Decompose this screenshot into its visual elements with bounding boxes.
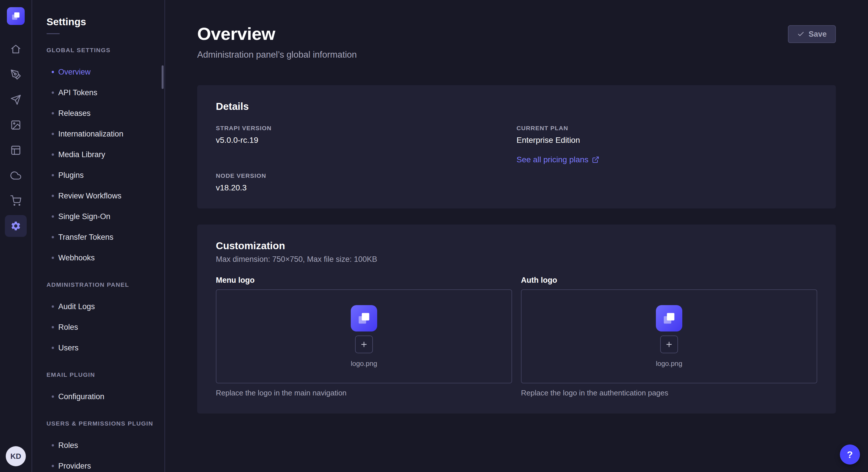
help-button[interactable]: ? <box>840 444 860 465</box>
nav-item-label: Review Workflows <box>58 192 121 200</box>
customization-card-subtitle: Max dimension: 750×750, Max file size: 1… <box>216 255 817 264</box>
add-menu-logo-button[interactable] <box>355 336 373 353</box>
nav-item-label: Roles <box>58 323 78 332</box>
details-left-column: STRAPI VERSION v5.0.0-rc.19 NODE VERSION… <box>216 125 517 193</box>
sidebar-item-review-workflows[interactable]: Review Workflows <box>46 186 154 206</box>
home-icon[interactable] <box>5 38 27 60</box>
sidebar-item-releases[interactable]: Releases <box>46 103 154 124</box>
pricing-link-label: See all pricing plans <box>517 155 589 164</box>
nav-section-label: ADMINISTRATION PANEL <box>46 281 154 288</box>
main-nav-icons <box>5 38 27 237</box>
layout-icon[interactable] <box>5 139 27 161</box>
nav-item-label: Releases <box>58 109 91 118</box>
menu-logo-dropzone[interactable]: logo.png <box>216 289 512 383</box>
auth-logo-slot: Auth logo logo.png Replac <box>521 276 817 398</box>
bullet-icon <box>52 396 54 398</box>
sidebar-item-transfer-tokens[interactable]: Transfer Tokens <box>46 227 154 247</box>
bullet-icon <box>52 444 54 446</box>
sidebar-item-internationalization[interactable]: Internationalization <box>46 124 154 144</box>
details-card-title: Details <box>216 101 817 112</box>
strapi-logo-icon <box>662 311 677 326</box>
settings-nav-title: Settings <box>46 16 154 28</box>
nav-section-email-plugin: EMAIL PLUGIN Configuration <box>46 371 154 407</box>
nav-item-label: Overview <box>58 68 91 76</box>
user-avatar[interactable]: KD <box>6 446 26 466</box>
external-link-icon <box>592 156 599 164</box>
menu-logo-filename: logo.png <box>351 360 377 368</box>
nav-section-administration-panel: ADMINISTRATION PANEL Audit Logs Roles Us… <box>46 281 154 358</box>
settings-gear-icon[interactable] <box>5 215 27 237</box>
settings-subnav: Settings GLOBAL SETTINGS Overview API To… <box>32 0 165 472</box>
cloud-icon[interactable] <box>5 165 27 187</box>
bullet-icon <box>52 465 54 467</box>
sidebar-item-up-roles[interactable]: Roles <box>46 435 154 456</box>
add-auth-logo-button[interactable] <box>660 336 678 353</box>
plus-icon <box>665 340 673 348</box>
nav-section-label: GLOBAL SETTINGS <box>46 47 154 54</box>
field-label: CURRENT PLAN <box>517 125 817 132</box>
page-header-text: Overview Administration panel’s global i… <box>197 24 357 60</box>
nav-item-label: Media Library <box>58 150 105 159</box>
bullet-icon <box>52 92 54 94</box>
question-mark-icon: ? <box>847 449 853 460</box>
field-value: v5.0.0-rc.19 <box>216 136 517 145</box>
customization-card: Customization Max dimension: 750×750, Ma… <box>197 225 836 413</box>
marketplace-cart-icon[interactable] <box>5 190 27 212</box>
nav-item-label: Webhooks <box>58 254 95 262</box>
strapi-logo-button[interactable] <box>7 7 25 25</box>
nav-item-label: Transfer Tokens <box>58 233 113 242</box>
pen-icon[interactable] <box>5 64 27 86</box>
bullet-icon <box>52 215 54 217</box>
field-value: Enterprise Edition <box>517 136 817 145</box>
scrollbar-thumb[interactable] <box>162 65 164 89</box>
nav-item-label: Roles <box>58 441 78 450</box>
menu-logo-slot: Menu logo logo.png Replac <box>216 276 512 398</box>
sidebar-item-up-providers[interactable]: Providers <box>46 456 154 472</box>
page-title: Overview <box>197 24 357 44</box>
main-content: Overview Administration panel’s global i… <box>165 0 868 472</box>
bullet-icon <box>52 174 54 176</box>
app-shell: KD Settings GLOBAL SETTINGS Overview API… <box>0 0 868 472</box>
auth-logo-filename: logo.png <box>656 360 682 368</box>
auth-logo-dropzone[interactable]: logo.png <box>521 289 817 383</box>
sidebar-item-admin-roles[interactable]: Roles <box>46 317 154 338</box>
sidebar-item-api-tokens[interactable]: API Tokens <box>46 82 154 103</box>
sidebar-item-admin-users[interactable]: Users <box>46 338 154 358</box>
menu-logo-preview <box>351 305 377 332</box>
bullet-icon <box>52 112 54 114</box>
strapi-version-field: STRAPI VERSION v5.0.0-rc.19 <box>216 125 517 145</box>
sidebar-item-webhooks[interactable]: Webhooks <box>46 247 154 268</box>
pricing-plans-link[interactable]: See all pricing plans <box>517 155 600 164</box>
nav-item-label: Configuration <box>58 392 104 401</box>
nav-item-label: Single Sign-On <box>58 212 111 221</box>
title-divider <box>46 33 60 34</box>
bullet-icon <box>52 347 54 349</box>
page-header: Overview Administration panel’s global i… <box>197 24 836 60</box>
media-library-icon[interactable] <box>5 114 27 136</box>
sidebar-item-overview[interactable]: Overview <box>46 62 154 82</box>
sidebar-item-single-sign-on[interactable]: Single Sign-On <box>46 206 154 227</box>
current-plan-field: CURRENT PLAN Enterprise Edition <box>517 125 817 145</box>
field-label: STRAPI VERSION <box>216 125 517 132</box>
auth-logo-label: Auth logo <box>521 276 817 285</box>
auth-logo-preview <box>656 305 682 332</box>
bullet-icon <box>52 326 54 328</box>
sidebar-item-media-library[interactable]: Media Library <box>46 144 154 165</box>
page-subtitle: Administration panel’s global informatio… <box>197 49 357 60</box>
paper-plane-icon[interactable] <box>5 89 27 111</box>
save-button[interactable]: Save <box>788 25 836 43</box>
strapi-logo-icon <box>356 311 371 326</box>
bullet-icon <box>52 154 54 156</box>
nav-item-label: Audit Logs <box>58 302 95 311</box>
main-navigation: KD <box>0 0 32 472</box>
sidebar-item-email-configuration[interactable]: Configuration <box>46 386 154 407</box>
nav-item-label: Users <box>58 343 79 352</box>
nav-item-label: API Tokens <box>58 88 97 97</box>
bullet-icon <box>52 236 54 238</box>
sidebar-item-plugins[interactable]: Plugins <box>46 165 154 186</box>
sidebar-item-audit-logs[interactable]: Audit Logs <box>46 296 154 317</box>
auth-logo-caption: Replace the logo in the authentication p… <box>521 389 817 398</box>
nav-item-label: Plugins <box>58 171 84 180</box>
nav-section-label: EMAIL PLUGIN <box>46 371 154 378</box>
logo-slots: Menu logo logo.png Replac <box>216 276 817 398</box>
